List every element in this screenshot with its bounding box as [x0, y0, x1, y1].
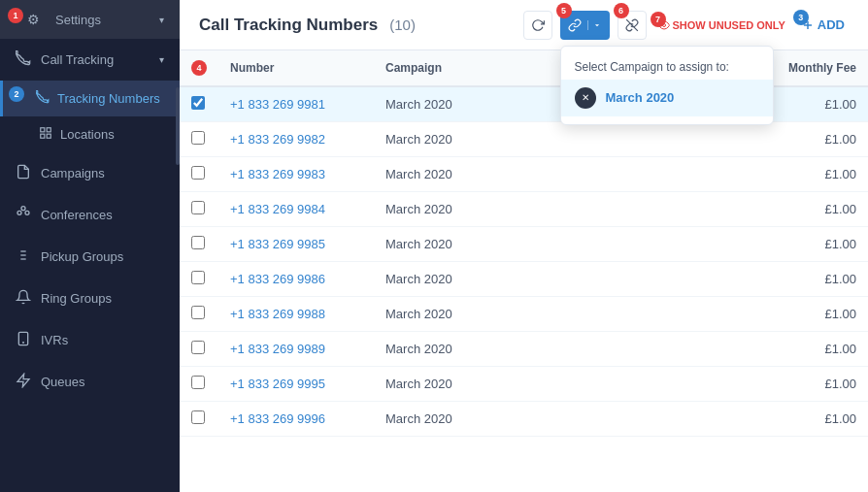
dropdown-item-label: March 2020 — [606, 90, 675, 105]
row-checkbox[interactable] — [191, 131, 205, 145]
sidebar-item-label-call-tracking: Call Tracking — [41, 52, 150, 67]
sidebar-item-label-pickup-groups: Pickup Groups — [41, 249, 123, 264]
add-button-wrap: 3 ADD — [797, 17, 849, 32]
fee-cell: £1.00 — [771, 86, 868, 122]
sidebar-item-ring-groups[interactable]: Ring Groups — [0, 278, 180, 319]
monitor-id-cell — [577, 367, 771, 402]
phone-number-link[interactable]: +1 833 269 9981 — [230, 97, 325, 112]
sidebar-item-ivrs[interactable]: IVRs — [0, 319, 180, 361]
row-checkbox[interactable] — [191, 410, 205, 424]
svg-rect-3 — [47, 134, 50, 138]
table-row: +1 833 269 9983 March 2020 £1.00 — [180, 157, 868, 192]
campaigns-icon — [16, 164, 31, 182]
phone-number-link[interactable]: +1 833 269 9984 — [230, 202, 325, 216]
sidebar-item-call-tracking[interactable]: Call Tracking ▾ — [0, 39, 180, 81]
row-checkbox[interactable] — [191, 236, 205, 249]
svg-rect-2 — [41, 134, 45, 138]
show-unused-badge: 7 — [651, 12, 666, 27]
row-checkbox[interactable] — [191, 271, 205, 284]
queues-icon — [16, 373, 31, 391]
settings-badge: 1 — [8, 8, 23, 23]
fee-cell: £1.00 — [771, 297, 868, 332]
sidebar-item-locations[interactable]: Locations — [0, 116, 180, 152]
sidebar-item-pickup-groups[interactable]: Pickup Groups — [0, 236, 180, 278]
phone-number-link[interactable]: +1 833 269 9982 — [230, 132, 325, 147]
fee-cell: £1.00 — [771, 262, 868, 297]
row-checkbox[interactable] — [191, 96, 205, 110]
show-unused-label: SHOW UNUSED ONLY — [673, 19, 785, 31]
link-badge: 5 — [556, 3, 572, 18]
phone-icon — [16, 50, 31, 69]
sidebar-item-campaigns[interactable]: Campaigns — [0, 152, 180, 194]
sidebar-item-conferences[interactable]: Conferences — [0, 194, 180, 236]
fee-cell: £1.00 — [771, 192, 868, 227]
table-row: +1 833 269 9995 March 2020 £1.00 — [180, 367, 868, 402]
link-button[interactable] — [566, 18, 584, 32]
sidebar-item-label-locations: Locations — [60, 127, 115, 142]
phone-number-link[interactable]: +1 833 269 9995 — [230, 377, 325, 391]
monitor-id-cell — [577, 192, 771, 227]
table-row: +1 833 269 9996 March 2020 £1.00 — [180, 402, 868, 437]
settings-icon: ⚙ — [27, 12, 40, 27]
phone-number-link[interactable]: +1 833 269 9989 — [230, 342, 325, 356]
table-row: +1 833 269 9988 March 2020 £1.00 — [180, 297, 868, 332]
campaign-icon-circle: ✕ — [575, 87, 596, 109]
row-checkbox[interactable] — [191, 376, 205, 389]
fee-cell: £1.00 — [771, 332, 868, 367]
monitor-id-cell — [577, 402, 771, 437]
phone-number-link[interactable]: +1 833 269 9986 — [230, 272, 325, 286]
fee-cell: £1.00 — [771, 122, 868, 157]
campaign-dropdown: Select Campaign to assign to: ✕ March 20… — [560, 46, 774, 125]
row-checkbox[interactable] — [191, 166, 205, 180]
refresh-icon — [531, 18, 545, 32]
unlink-icon — [625, 18, 639, 32]
phone-number-link[interactable]: +1 833 269 9996 — [230, 411, 325, 426]
campaign-cell: March 2020 — [374, 86, 577, 122]
col-number: Number — [218, 50, 374, 86]
link-dropdown-button[interactable] — [587, 20, 604, 30]
phone-number-link[interactable]: +1 833 269 9988 — [230, 307, 325, 321]
campaign-cell: March 2020 — [374, 297, 577, 332]
table-row: +1 833 269 9985 March 2020 £1.00 — [180, 227, 868, 262]
sidebar-item-settings[interactable]: 1 ⚙ Settings ▾ — [0, 0, 180, 39]
dropdown-item-march-2020[interactable]: ✕ March 2020 — [561, 80, 773, 116]
phone-number-link[interactable]: +1 833 269 9983 — [230, 167, 325, 181]
sidebar-item-label-tracking-numbers: Tracking Numbers — [57, 91, 160, 106]
tracking-numbers-badge: 2 — [9, 86, 24, 102]
unlink-badge: 6 — [614, 3, 629, 18]
locations-icon — [39, 126, 52, 143]
row-checkbox[interactable] — [191, 341, 205, 354]
monitor-id-cell — [577, 332, 771, 367]
select-all-badge: 4 — [191, 60, 207, 76]
sidebar-item-queues[interactable]: Queues — [0, 361, 180, 403]
monitor-id-cell — [577, 262, 771, 297]
col-checkbox: 4 — [180, 50, 218, 86]
show-unused-wrap: 7 SHOW UNUSED ONLY — [654, 19, 789, 31]
chevron-down-icon: ▾ — [159, 15, 164, 25]
phone-number-link[interactable]: +1 833 269 9985 — [230, 237, 325, 251]
campaign-cell: March 2020 — [374, 157, 577, 192]
sidebar-item-tracking-numbers[interactable]: 2 Tracking Numbers — [0, 81, 180, 116]
table-row: +1 833 269 9986 March 2020 £1.00 — [180, 262, 868, 297]
main-content: Call Tracking Numbers (10) 5 Select Camp… — [180, 0, 868, 492]
pickup-groups-icon — [16, 247, 31, 266]
sidebar-item-label-ring-groups: Ring Groups — [41, 291, 112, 306]
refresh-button[interactable] — [523, 11, 552, 40]
tracking-numbers-icon — [36, 90, 50, 107]
col-campaign: Campaign — [374, 50, 577, 86]
sidebar: 1 ⚙ Settings ▾ Call Tracking ▾ 2 Trackin… — [0, 0, 180, 492]
row-checkbox[interactable] — [191, 306, 205, 319]
link-icon — [568, 18, 582, 32]
row-checkbox[interactable] — [191, 201, 205, 214]
campaign-cell: March 2020 — [374, 227, 577, 262]
add-label: ADD — [818, 17, 845, 32]
show-unused-button[interactable]: SHOW UNUSED ONLY — [654, 19, 789, 31]
add-badge: 3 — [793, 10, 809, 25]
page-title: Call Tracking Numbers — [199, 16, 378, 35]
sidebar-item-label-settings: Settings — [55, 13, 150, 27]
chevron-down-icon-call-tracking: ▾ — [159, 54, 164, 65]
table-row: +1 833 269 9984 March 2020 £1.00 — [180, 192, 868, 227]
fee-cell: £1.00 — [771, 227, 868, 262]
monitor-id-cell — [577, 297, 771, 332]
campaign-cell: March 2020 — [374, 367, 577, 402]
